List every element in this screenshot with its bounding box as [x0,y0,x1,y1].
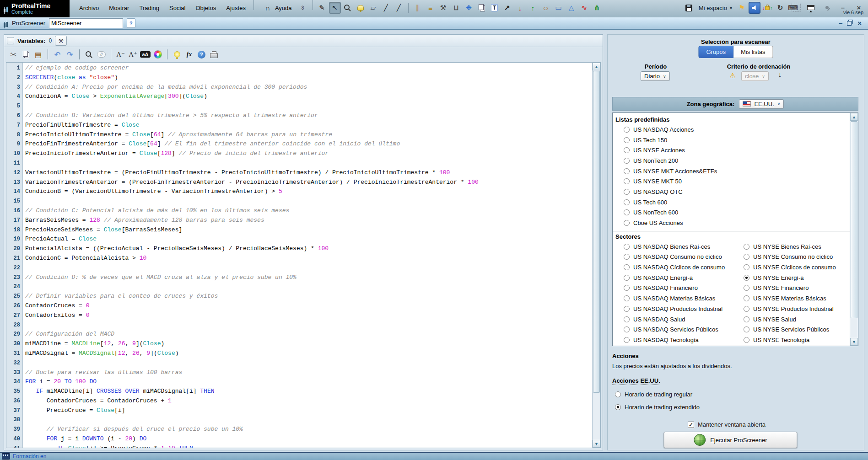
radio-option[interactable]: US NYSE Financiero [733,283,850,294]
print-icon[interactable] [208,49,220,60]
radio-button[interactable] [624,244,630,250]
screener-help-icon[interactable]: ? [127,18,135,28]
save-icon[interactable] [683,2,695,14]
zigzag-icon[interactable]: ∿ [578,2,590,14]
screener-name-input[interactable] [49,18,123,28]
ruler-icon[interactable]: ▱ [367,2,379,14]
radio-button[interactable] [615,404,621,410]
list-scrollbar[interactable]: ▲ ▼ [850,113,858,346]
radio-button[interactable] [624,178,630,184]
tab-mis-listas[interactable]: Mis listas [733,46,773,58]
sort-select[interactable]: close ∨ [741,71,769,81]
scroll-up-button[interactable]: ▲ [850,113,858,121]
window-restore-button[interactable] [847,20,853,27]
copy-icon[interactable] [20,49,32,60]
pin-icon[interactable] [821,1,833,13]
menu-item-archivo[interactable]: Archivo [74,5,104,11]
radio-option[interactable]: US NonTech 600 [613,208,850,218]
radio-button[interactable] [624,275,630,281]
menu-item-ayuda[interactable]: Ayuda [274,5,297,11]
cursor-icon[interactable]: ↖ [329,2,341,14]
workspace-selector[interactable]: Mi espacio▾ [696,2,735,14]
radio-button[interactable] [624,147,630,153]
radio-button[interactable] [624,295,630,301]
window-minimize-button[interactable]: – [839,20,842,27]
fan-icon[interactable]: ⋔ [591,2,603,14]
alerts-icon[interactable] [355,2,367,14]
radio-button[interactable] [744,316,749,322]
cut-icon[interactable]: ✂ [8,49,19,60]
radio-option[interactable]: US NYSE Salud [733,314,850,325]
font-decrease-icon[interactable]: A⁻ [115,49,126,60]
arrow-up-icon[interactable]: ↑ [527,2,539,14]
window-close-button[interactable]: × [857,20,862,27]
radio-button[interactable] [624,285,630,291]
radio-button[interactable] [624,306,630,312]
triangle-icon[interactable]: △ [566,2,577,14]
radio-option[interactable]: US Tech 600 [613,197,850,208]
keep-window-checkbox[interactable]: ✓ [688,422,694,428]
radio-option[interactable]: US NYSE Tecnología [733,335,850,345]
radio-button[interactable] [744,285,749,291]
text-icon[interactable]: T [489,2,501,14]
radio-option[interactable]: US NASDAQ Acciones [613,124,850,135]
menu-item-ajustes[interactable]: Ajustes [221,5,251,11]
radio-option[interactable]: Cboe US Acciones [613,218,850,228]
radio-option[interactable]: US NYSE Acciones [613,145,850,155]
font-icon[interactable]: aA [140,49,151,60]
radio-button[interactable] [624,168,630,174]
period-select[interactable]: Diario ∨ [641,71,670,81]
radio-option[interactable]: US NonTech 200 [613,155,850,166]
draw-icon[interactable]: ✎ [316,2,328,14]
variables-settings-icon[interactable]: ⚒ [55,36,67,46]
radio-option[interactable]: US Tech 150 [613,135,850,145]
radio-button[interactable] [744,306,749,312]
radio-option[interactable]: US NASDAQ Financiero [613,283,733,294]
comment-icon[interactable]: // [96,49,107,60]
trend-arrow-icon[interactable]: ↗ [501,2,513,14]
editor-scrollbar[interactable]: ▲ ▼ [592,63,600,448]
radio-option[interactable]: US NYSE Cíclicos de consumo [733,262,850,273]
radio-option[interactable]: US NASDAQ Consumo no cíclico [613,252,733,262]
zoom-icon[interactable] [342,2,354,14]
font-increase-icon[interactable]: A⁺ [127,49,139,60]
zone-select[interactable]: EE.UU. ∨ [739,99,784,109]
radio-button[interactable] [744,264,749,270]
sort-direction-icon[interactable]: ↓ [778,70,782,80]
scroll-up-button[interactable]: ▲ [593,63,600,70]
collapse-variables-button[interactable]: − [7,37,14,44]
tab-grupos[interactable]: Grupos [698,46,733,58]
radio-button[interactable] [624,189,630,195]
paste-icon[interactable]: ▤ [32,49,44,60]
radio-button[interactable] [624,326,630,332]
scrollbar-thumb[interactable] [593,71,600,393]
functions-icon[interactable]: fx [183,49,195,60]
fibonacci-icon[interactable]: ≡ [425,2,437,14]
radio-button[interactable] [624,264,630,270]
radio-button[interactable] [624,209,630,215]
lock-orders-icon[interactable]: ↓↑ [761,2,773,14]
scrollbar-thumb[interactable] [851,121,857,318]
code-area[interactable]: // ejemplo de codigo screenerSCREENER(cl… [23,63,592,448]
radio-button[interactable] [744,244,749,250]
radio-option[interactable]: US NYSE MKT Acciones&ETFs [613,166,850,177]
radio-option[interactable]: US NYSE Energí-a [733,273,850,283]
menu-item-mostrar[interactable]: Mostrar [104,5,134,11]
scroll-down-button[interactable]: ▼ [593,440,600,448]
radio-button[interactable] [744,275,749,281]
radio-option[interactable]: US NASDAQ Servicios Públicos [613,324,733,335]
segment-icon[interactable]: ╱ [380,2,392,14]
menu-item-objetos[interactable]: Objetos [190,5,221,11]
radio-option[interactable]: US NYSE Productos Industrial [733,304,850,314]
search-icon[interactable] [83,49,95,60]
ellipse-icon[interactable]: ○ [540,2,552,14]
radio-button[interactable] [624,127,630,133]
radio-option[interactable]: US NYSE MKT 50 [613,176,850,187]
radio-option[interactable]: US NASDAQ Bienes Raí-ces [613,241,733,252]
help-icon[interactable]: ? [196,49,207,60]
arrow-down-icon[interactable]: ↓ [514,2,526,14]
sound-icon[interactable] [749,2,760,14]
trash-icon[interactable]: ⊔ [450,2,462,14]
tools-icon[interactable]: ⚒ [437,2,449,14]
rectangle-icon[interactable]: ▭ [553,2,565,14]
